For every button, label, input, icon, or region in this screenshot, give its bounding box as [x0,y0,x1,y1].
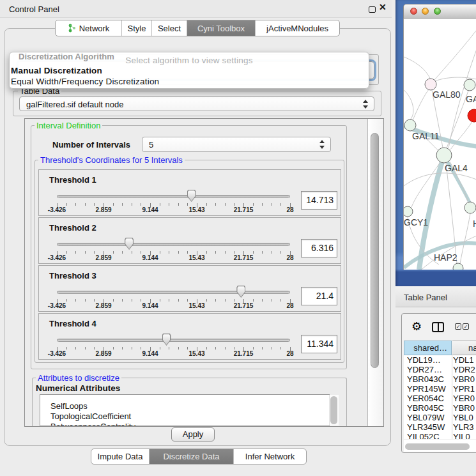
slider-tick-label: -3.426 [43,302,71,309]
tab-infer-network[interactable]: Infer Network [234,449,306,464]
split-columns-icon[interactable] [432,322,444,332]
table-row[interactable]: YIL052CYIL0 [404,432,476,439]
slider-tick [66,203,67,206]
slider-tick [113,203,114,206]
threshold-slider-track[interactable] [57,195,290,198]
network-edge [434,30,476,80]
table-row[interactable]: YBR043CYBR0 [404,374,476,384]
minimize-traffic-light-icon[interactable] [422,8,429,15]
tab-impute-data[interactable]: Impute Data [91,449,150,464]
table-row[interactable]: YDL19…YDL1 [404,355,476,365]
threshold-label: Threshold 4 [49,319,96,328]
tab-style[interactable]: Style [122,20,152,36]
table-row[interactable]: YLR345WYLR3 [404,422,476,432]
attributes-list-scrollbar-thumb[interactable] [330,396,337,424]
network-window-titlebar[interactable] [403,4,476,19]
slider-tick [280,251,281,254]
table-cell-name: YPR1 [453,384,475,394]
cyni-mode-tabs: Impute DataDiscretize DataInfer Network [91,449,307,464]
slider-tick [85,251,86,254]
tab-label: Network [79,24,110,33]
tab-network[interactable]: Network [56,20,122,36]
network-icon [68,24,76,33]
threshold-slider-thumb[interactable] [187,190,196,202]
table-cell-name: YER0 [453,394,475,403]
float-window-icon[interactable] [369,6,376,13]
settings-vertical-scrollbar-thumb[interactable] [371,133,379,368]
slider-tick [187,299,188,302]
apply-button[interactable]: Apply [171,427,215,441]
table-horizontal-scrollbar-thumb[interactable] [405,443,470,450]
table-row[interactable]: YDR27…YDR2 [404,365,476,374]
table-data-value: galFiltered.sif default node [26,99,123,109]
slider-tick [132,347,132,349]
table-column-header-shared[interactable]: shared… [404,341,452,355]
table-body[interactable]: YDL19…YDL1YDR27…YDR2YBR043CYBR0YPR145WYP… [404,355,476,439]
slider-tick-label: 9.144 [136,206,164,213]
slider-tick [206,347,207,349]
threshold-slider-thumb[interactable] [162,334,171,346]
threshold-slider-track[interactable] [57,291,290,294]
attribute-list-item[interactable]: SelfLoops [40,401,329,411]
checkbox-icon[interactable]: ✓ [455,323,461,330]
table-cell-name: YBL0 [453,413,473,422]
tab-cyni-toolbox[interactable]: Cyni Toolbox [187,20,256,36]
threshold-slider-thumb[interactable] [125,238,134,250]
network-node-HAP2[interactable] [453,263,463,270]
tab-label: Cyni Toolbox [197,24,245,33]
slider-tick [178,347,179,349]
table-cell-shared: YLR345W [407,422,445,432]
slider-tick [75,299,76,302]
zoom-traffic-light-icon[interactable] [434,8,441,15]
table-row[interactable]: YBL079WYBL0 [404,413,476,422]
slider-tick-label: 21.715 [229,302,257,309]
table-data-combobox[interactable]: galFiltered.sif default node [19,96,374,111]
table-row[interactable]: YER054CYER0 [404,394,476,403]
network-node-unlabeled-top-right[interactable] [464,79,475,91]
network-node-GAL80[interactable] [425,79,436,90]
threshold-value-field[interactable]: 21.4 [301,287,337,305]
network-node-GAL4[interactable] [436,148,452,163]
attribute-list-item[interactable]: BetweennessCentrality [40,422,329,426]
gear-icon[interactable]: ⚙ [411,319,422,334]
table-row[interactable]: YPR145WYPR1 [404,384,476,394]
slider-tick [272,251,272,254]
slider-tick [234,203,234,206]
attribute-list-item[interactable]: TopologicalCoefficient [40,411,329,422]
network-node-GAL11[interactable] [404,119,416,131]
table-row[interactable]: YBR045CYBR0 [404,403,476,413]
network-node-label: HAP2 [434,252,457,263]
slider-tick [66,347,67,349]
slider-tick [234,251,234,254]
slider-tick [94,203,95,206]
algorithm-dropdown-popup: Discretization Algorithm Select algorith… [9,52,369,89]
threshold-slider-thumb[interactable] [236,286,245,298]
table-cell-shared: YBR045C [407,403,444,413]
table-column-header-name[interactable]: na [452,341,476,355]
number-of-intervals-combobox[interactable]: 5 [142,137,331,152]
threshold-slider-track[interactable] [57,339,290,342]
threshold-slider-track[interactable] [57,243,290,246]
numerical-attributes-list[interactable]: SelfLoopsTopologicalCoefficientBetweenne… [40,394,330,426]
close-icon[interactable]: ✕ [379,2,387,12]
threshold-value-field[interactable]: 14.713 [301,191,337,210]
slider-tick [141,299,141,302]
tab-discretize-data[interactable]: Discretize Data [150,449,234,464]
table-cell-name: YDR2 [453,365,475,374]
slider-tick-label: 2.859 [89,350,118,357]
control-panel-tabs: NetworkStyleSelectCyni ToolboxjActiveMNo… [55,20,340,36]
threshold-value-field[interactable]: 11.344 [301,335,337,353]
algorithm-option-equal-width[interactable]: Equal Width/Frequency Discretization [11,77,159,86]
network-node-GCY1[interactable] [404,206,413,217]
algorithm-option-manual[interactable]: Manual Discretization [11,66,102,75]
close-traffic-light-icon[interactable] [410,8,417,15]
combo-updown-icon [319,140,325,149]
network-node-H[interactable] [464,202,476,213]
tab-jactivemnodules[interactable]: jActiveMNodules [256,20,339,36]
network-node-selected-red[interactable] [468,109,476,122]
threshold-value-field[interactable]: 6.316 [301,239,337,257]
tab-select[interactable]: Select [152,20,187,36]
checkbox-icon[interactable]: ✓ [463,323,469,330]
slider-tick [262,299,263,302]
network-canvas[interactable]: GAL80GALGAL11GAL4GCY1HHAP2 [403,19,476,270]
